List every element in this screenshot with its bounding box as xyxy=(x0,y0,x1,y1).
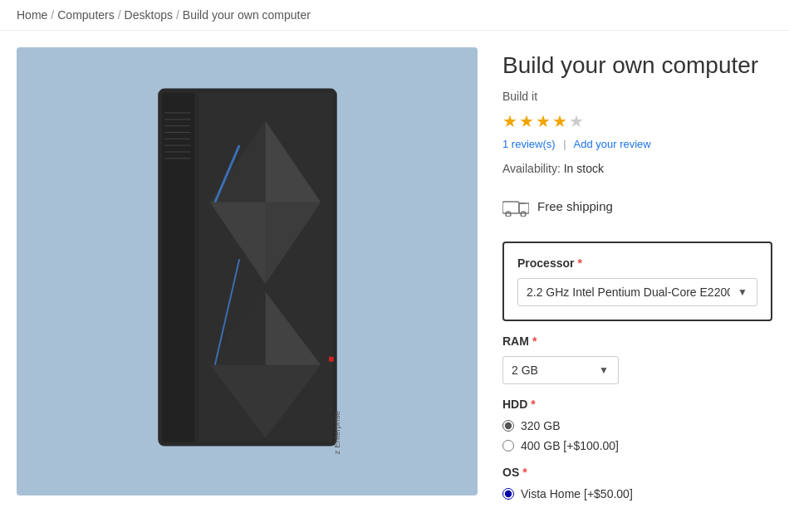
availability-label: Availability: xyxy=(502,162,561,175)
product-title: Build your own computer xyxy=(502,51,772,80)
main-content: IBM z Enterprise Build your own computer… xyxy=(0,31,789,530)
processor-required: * xyxy=(577,256,581,270)
svg-text:z Enterprise: z Enterprise xyxy=(331,411,341,454)
star-4: ★ xyxy=(552,111,567,131)
star-1: ★ xyxy=(502,111,517,131)
free-shipping: Free shipping xyxy=(502,188,772,225)
hdd-label-320: 320 GB xyxy=(521,419,560,432)
os-label-vista-home: Vista Home [+$50.00] xyxy=(521,487,633,500)
os-option-vista-home[interactable]: Vista Home [+$50.00] xyxy=(502,487,772,500)
product-image-container: IBM z Enterprise xyxy=(17,47,478,495)
processor-select[interactable]: 2.2 GHz Intel Pentium Dual-Core E2200 [+… xyxy=(517,278,757,306)
ram-select-wrapper: 2 GB 4 GB 8 GB ▼ xyxy=(502,356,619,384)
os-radio-group: Vista Home [+$50.00] xyxy=(502,487,772,500)
svg-point-27 xyxy=(506,212,511,217)
add-review-link[interactable]: Add your review xyxy=(574,138,651,150)
os-required: * xyxy=(522,466,527,479)
reviews-link[interactable]: 1 review(s) xyxy=(502,138,556,150)
ram-required: * xyxy=(532,334,537,348)
hdd-section: HDD * 320 GB 400 GB [+$100.00] xyxy=(502,398,772,452)
breadcrumb-desktops[interactable]: Desktops xyxy=(125,8,173,22)
breadcrumb-sep-1: / xyxy=(51,8,54,22)
hdd-required: * xyxy=(531,398,535,411)
star-3: ★ xyxy=(536,111,551,131)
star-5: ★ xyxy=(569,111,584,131)
breadcrumb-sep-3: / xyxy=(176,8,179,22)
ram-section: RAM * 2 GB 4 GB 8 GB ▼ xyxy=(502,334,772,384)
ram-select[interactable]: 2 GB 4 GB 8 GB xyxy=(502,356,619,384)
hdd-radio-400[interactable] xyxy=(502,440,514,451)
hdd-label: HDD * xyxy=(502,398,772,411)
star-rating: ★ ★ ★ ★ ★ xyxy=(502,111,772,131)
product-image: IBM z Enterprise xyxy=(106,72,389,471)
availability: Availability: In stock xyxy=(502,162,772,175)
breadcrumb-current: Build your own computer xyxy=(183,8,311,22)
free-shipping-text: Free shipping xyxy=(537,199,613,213)
shipping-icon xyxy=(502,197,529,217)
breadcrumb-sep-2: / xyxy=(118,8,121,22)
hdd-radio-group: 320 GB 400 GB [+$100.00] xyxy=(502,419,772,452)
processor-section: Processor * 2.2 GHz Intel Pentium Dual-C… xyxy=(502,242,772,321)
os-radio-vista-home[interactable] xyxy=(502,488,514,500)
svg-rect-1 xyxy=(162,92,194,442)
pipe-separator: | xyxy=(563,138,566,150)
product-details: Build your own computer Build it ★ ★ ★ ★… xyxy=(502,47,772,514)
build-label: Build it xyxy=(502,90,772,103)
svg-rect-21 xyxy=(328,357,333,362)
svg-rect-24 xyxy=(502,202,519,213)
processor-label: Processor * xyxy=(517,256,757,270)
hdd-option-320[interactable]: 320 GB xyxy=(502,419,772,432)
processor-select-wrapper: 2.2 GHz Intel Pentium Dual-Core E2200 [+… xyxy=(517,278,757,306)
breadcrumb: Home / Computers / Desktops / Build your… xyxy=(0,0,789,31)
star-2: ★ xyxy=(519,111,534,131)
review-links: 1 review(s) | Add your review xyxy=(502,138,772,150)
hdd-option-400[interactable]: 400 GB [+$100.00] xyxy=(502,439,772,452)
hdd-label-400: 400 GB [+$100.00] xyxy=(521,439,619,452)
os-label: OS * xyxy=(502,466,772,479)
os-section: OS * Vista Home [+$50.00] xyxy=(502,466,772,500)
availability-value: In stock xyxy=(564,162,604,175)
breadcrumb-home[interactable]: Home xyxy=(17,8,47,22)
hdd-radio-320[interactable] xyxy=(502,420,514,432)
ram-label: RAM * xyxy=(502,334,772,348)
svg-point-28 xyxy=(521,212,526,217)
breadcrumb-computers[interactable]: Computers xyxy=(57,8,114,22)
